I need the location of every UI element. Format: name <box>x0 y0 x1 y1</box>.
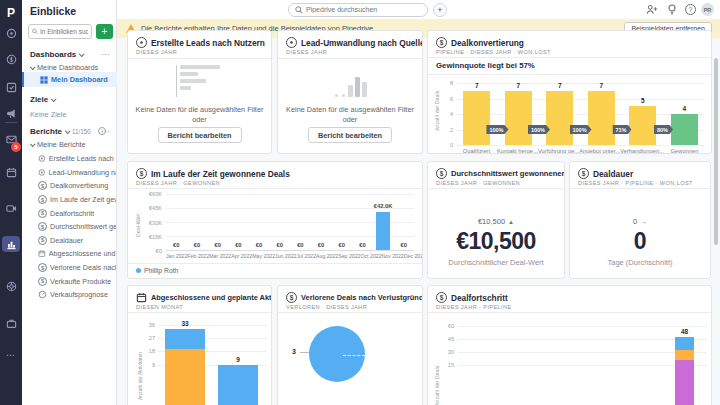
whats-new-icon[interactable] <box>667 4 677 15</box>
reports-more-icon[interactable]: ⋯ <box>101 127 110 136</box>
more-apps-icon[interactable]: ⋯ <box>0 345 22 365</box>
segment-completed <box>165 329 205 349</box>
global-search-box[interactable] <box>288 3 428 17</box>
leads-nav-icon[interactable] <box>0 23 22 43</box>
funnel-bar-verhandlungen[interactable]: 5 <box>629 106 656 145</box>
card-dealdauer: $Dealdauer DIESES JAHR · PIPELINE · WON,… <box>569 161 711 279</box>
segment-planned <box>165 349 205 405</box>
card-divider <box>428 57 711 58</box>
dollar-glyph: $ <box>140 170 144 177</box>
invite-users-icon[interactable] <box>646 4 658 15</box>
dashboards-more-icon[interactable]: ⋯ <box>101 50 110 59</box>
activity-bar-2[interactable]: 9 <box>218 365 258 405</box>
insights-search-box[interactable] <box>28 24 92 39</box>
report-item-dealkonvertierung[interactable]: $Dealkonvertierung <box>38 179 116 193</box>
y-tick: €0 <box>142 248 162 254</box>
activity-bar-1[interactable]: 33 <box>165 329 205 405</box>
nav-item-mein-dashboard-selected[interactable]: Mein Dashboard <box>22 72 117 87</box>
bar-value: 5 <box>629 97 656 104</box>
dollar-circle-icon: $ <box>38 222 47 231</box>
products-nav-icon[interactable] <box>0 313 22 333</box>
pie-slice-value: 3 <box>292 348 296 355</box>
bericht-bearbeiten-button[interactable]: Bericht bearbeiten <box>157 127 241 143</box>
report-item-verkaufsprognose[interactable]: Verkaufsprognose <box>38 288 116 302</box>
report-item-verlorene[interactable]: $Verlorene Deals nach V... <box>38 261 116 275</box>
pipedrive-logo[interactable]: P <box>0 3 22 23</box>
report-item-lead-umwandlung[interactable]: Lead-Umwandlung nac... <box>38 166 116 180</box>
y-tick: 60 <box>442 323 454 329</box>
november-bar[interactable] <box>376 212 390 250</box>
help-icon[interactable]: ? <box>685 4 696 15</box>
funnel-bar-kontakt[interactable]: 7 <box>505 91 532 145</box>
gridline <box>458 352 707 353</box>
user-avatar[interactable]: PR <box>701 3 714 16</box>
placeholder-dot <box>335 94 338 97</box>
card-erstellte-leads: Erstellte Leads nach Nutzern DIESES JAHR… <box>127 30 272 154</box>
my-dashboards-group[interactable]: Meine Dashboards <box>30 63 98 72</box>
report-item-erstellte-leads[interactable]: Erstellte Leads nach N... <box>38 152 116 166</box>
month-value: €0 <box>331 242 352 248</box>
goals-section-header[interactable]: Ziele <box>30 95 55 104</box>
vertical-scrollbar[interactable] <box>714 58 718 245</box>
report-label: Durchschnittswert gew... <box>50 222 116 231</box>
bar-value: 4 <box>671 105 698 112</box>
dashboards-section-header[interactable]: Dashboards <box>30 50 83 59</box>
dollar-glyph: $ <box>41 183 44 189</box>
progress-stacked-bar[interactable]: 48 <box>675 337 694 405</box>
report-item-verkaufte-produkte[interactable]: $Verkaufte Produkte <box>38 274 116 288</box>
pie-divider-line <box>343 355 365 356</box>
insights-search-input[interactable] <box>40 28 88 35</box>
dollar-glyph: $ <box>290 294 294 301</box>
y-axis-label: Anzahl der Deals <box>434 91 440 131</box>
card-divider <box>278 312 422 313</box>
funnel-bar-vorfuehrung[interactable]: 7 <box>546 91 573 145</box>
chart-legend[interactable]: Phillip Roth <box>136 267 178 274</box>
dollar-glyph: $ <box>41 265 44 271</box>
empty-chart-placeholder <box>180 65 222 93</box>
my-reports-group[interactable]: Meine Berichte <box>30 140 86 149</box>
dashboards-label: Dashboards <box>30 50 76 59</box>
funnel-bar-gewonnen[interactable]: 4 <box>671 114 698 145</box>
dollar-circle-icon: $ <box>578 168 589 179</box>
card-divider <box>428 312 711 313</box>
create-report-button[interactable]: + <box>96 24 113 39</box>
stage-label: Kontakt herge... <box>497 148 538 154</box>
activities-nav-icon[interactable] <box>0 77 22 97</box>
y-tick: 9 <box>143 362 155 368</box>
gridline <box>458 365 707 366</box>
month-column: €0 <box>352 194 373 250</box>
quick-add-button[interactable]: + <box>433 3 447 17</box>
campaigns-nav-icon[interactable] <box>0 103 22 123</box>
reports-section-header[interactable]: Berichte <box>30 127 69 136</box>
stage-label: Verhandlungen... <box>620 148 664 154</box>
report-item-im-laufe[interactable]: $Im Laufe der Zeit gewo... <box>38 193 116 207</box>
report-item-dealfortschritt[interactable]: $Dealfortschritt <box>38 206 116 220</box>
card-verlorene-deals: $Verlorene Deals nach Verlustgründen VER… <box>277 285 423 405</box>
lost-reasons-pie-chart[interactable] <box>309 326 365 382</box>
placeholder-bar <box>180 72 198 76</box>
bericht-bearbeiten-button[interactable]: Bericht bearbeiten <box>308 127 392 143</box>
y-axis-ticks: 36 27 18 9 <box>143 320 155 380</box>
card-filters: DIESES JAHR <box>136 49 177 55</box>
report-item-durchschnittswert[interactable]: $Durchschnittswert gew... <box>38 220 116 234</box>
global-search-input[interactable] <box>306 6 416 13</box>
badge-count: 5 <box>14 144 17 150</box>
placeholder-bar <box>348 85 353 97</box>
report-item-dealdauer[interactable]: $Dealdauer <box>38 234 116 248</box>
trend-flat-icon: → <box>640 218 647 225</box>
card-filters: DIESES JAHR · PIPELINE · WON,LOST <box>578 180 693 186</box>
funnel-bar-angebot[interactable]: 7 <box>588 91 615 145</box>
help-hub-nav-icon[interactable] <box>0 276 22 296</box>
deals-nav-icon[interactable] <box>0 49 22 69</box>
app-sidebar: P 5 ⋯ <box>0 0 22 405</box>
funnel-bar-qualifiziert[interactable]: 7 <box>463 91 490 145</box>
check-square-icon <box>6 82 17 93</box>
video-nav-icon[interactable] <box>0 198 22 218</box>
card-filters: DIESES JAHR <box>286 49 327 55</box>
calendar-nav-icon[interactable] <box>0 162 22 182</box>
briefcase-icon <box>6 318 17 329</box>
y-tick: €15K <box>142 234 162 240</box>
month-value: €0 <box>166 242 187 248</box>
report-item-abgeschlossene[interactable]: Abgeschlossene und g... <box>38 247 116 261</box>
insights-nav-icon-active[interactable] <box>2 236 20 252</box>
